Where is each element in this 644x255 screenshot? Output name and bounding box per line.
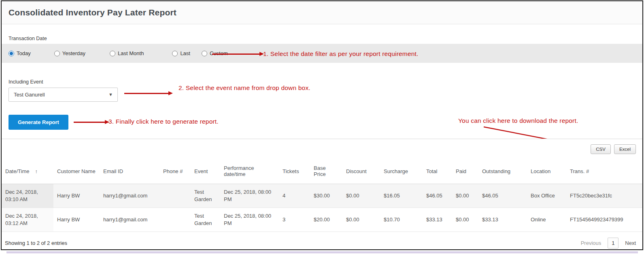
column-header[interactable]: Base Price (310, 159, 342, 184)
table-cell: Harry BW (53, 184, 100, 208)
table-cell: $46.05 (478, 184, 527, 208)
page-title: Consolidated Inventory Pay Later Report (2, 1, 642, 24)
column-header[interactable]: Tickets (279, 159, 310, 184)
table-cell: $16.05 (380, 184, 423, 208)
radio-option-yesterday[interactable]: Yesterday (54, 50, 85, 56)
table-cell: FT5c20bec3e31fc (566, 184, 642, 208)
table-cell: Dec 24, 2018, 03:10 AM (2, 184, 53, 208)
table-cell (159, 208, 191, 232)
report-window: Consolidated Inventory Pay Later Report … (1, 0, 643, 250)
radio-option-today[interactable]: Today (9, 50, 31, 56)
table-cell: Harry BW (53, 208, 100, 232)
column-header[interactable]: Paid (452, 159, 478, 184)
table-cell: $20.00 (310, 208, 342, 232)
table-header-row: Date/Time↑Customer NameEmail IDPhone #Ev… (2, 159, 642, 184)
table-cell: $0.00 (452, 208, 478, 232)
table-cell: Online (527, 208, 566, 232)
table-body: Dec 24, 2018, 03:10 AMHarry BWharry1@gma… (2, 184, 642, 232)
generate-report-button[interactable]: Generate Report (9, 115, 68, 130)
radio-input[interactable] (54, 51, 60, 56)
annotation-download: You can click here to download the repor… (458, 117, 578, 124)
column-header[interactable]: Phone # (159, 159, 191, 184)
event-dropdown[interactable]: Test Ganurell ▼ (9, 88, 118, 102)
table-cell (159, 184, 191, 208)
radio-label: Last (180, 50, 190, 56)
column-header[interactable]: Event (191, 159, 220, 184)
entries-summary: Showing 1 to 2 of 2 entries (5, 240, 67, 246)
column-header[interactable]: Discount (342, 159, 380, 184)
radio-input[interactable] (110, 51, 115, 56)
annotation-step3: 3. Finally click here to generate report… (108, 118, 219, 125)
table-footer: Showing 1 to 2 of 2 entries Previous 1 N… (2, 232, 642, 250)
chevron-down-icon: ▼ (108, 88, 113, 101)
table-cell: harry1@gmail.com (100, 184, 159, 208)
pagination: Previous 1 Next (581, 238, 636, 249)
previous-page-button[interactable]: Previous (581, 240, 601, 246)
radio-option-last-month[interactable]: Last Month (110, 50, 144, 56)
table-cell: 3 (279, 208, 310, 232)
radio-label: Today (17, 50, 31, 56)
excel-button[interactable]: Excel (614, 144, 636, 154)
column-header[interactable]: Date/Time↑ (2, 159, 53, 184)
table-cell: $46.05 (423, 184, 452, 208)
table-cell: $0.00 (342, 208, 380, 232)
column-header[interactable]: Location (527, 159, 566, 184)
radio-label: Yesterday (62, 50, 85, 56)
annotation-step1: 1. Select the date filter as per your re… (263, 50, 419, 58)
sort-asc-icon: ↑ (35, 168, 38, 174)
page-header: Consolidated Inventory Pay Later Report (2, 1, 642, 24)
table-cell: $30.00 (310, 184, 342, 208)
table-cell: $33.13 (423, 208, 452, 232)
table-cell: $33.13 (478, 208, 527, 232)
radio-input[interactable] (172, 51, 178, 56)
including-event-label: Including Event (9, 79, 43, 85)
annotation-step2: 2. Select the event name from drop down … (179, 84, 310, 92)
table-cell: FT1545649923479399 (566, 208, 642, 232)
table-toolbar: CSV Excel (2, 139, 642, 159)
table-row: Dec 24, 2018, 03:10 AMHarry BWharry1@gma… (2, 184, 642, 208)
table-cell: Box Office (527, 184, 566, 208)
column-header[interactable]: Total (423, 159, 452, 184)
report-table: Date/Time↑Customer NameEmail IDPhone #Ev… (2, 159, 642, 232)
annotation-arrow-1 (212, 54, 260, 55)
table-cell: $0.00 (342, 184, 380, 208)
bottom-strip (6, 251, 638, 253)
radio-label: Last Month (118, 50, 144, 56)
event-dropdown-value: Test Ganurell (9, 88, 117, 101)
radio-option-last[interactable]: Last (172, 50, 190, 56)
csv-button[interactable]: CSV (591, 144, 611, 154)
table-cell: Test Garden (191, 184, 220, 208)
annotation-arrow-2 (124, 93, 169, 94)
export-buttons: CSV Excel (591, 144, 636, 154)
column-header[interactable]: Performance date/time (220, 159, 279, 184)
annotation-arrow-3 (74, 122, 105, 123)
radio-input[interactable] (202, 51, 207, 56)
table-cell: $10.70 (380, 208, 423, 232)
table-cell: $0.00 (452, 184, 478, 208)
table-row: Dec 24, 2018, 03:12 AMHarry BWharry1@gma… (2, 208, 642, 232)
page-number-button[interactable]: 1 (608, 238, 618, 249)
table-cell: Test Garden (191, 208, 220, 232)
transaction-date-label: Transaction Date (9, 36, 47, 41)
column-header[interactable]: Email ID (100, 159, 159, 184)
table-cell: Dec 24, 2018, 03:12 AM (2, 208, 53, 232)
table-cell: Dec 25, 2018, 08:00 PM (220, 208, 279, 232)
radio-input[interactable] (9, 51, 14, 56)
table-cell: harry1@gmail.com (100, 208, 159, 232)
column-header[interactable]: Surcharge (380, 159, 423, 184)
column-header[interactable]: Trans. # (566, 159, 642, 184)
table-cell: Dec 25, 2018, 08:00 PM (220, 184, 279, 208)
report-table-section: CSV Excel Date/Time↑Customer NameEmail I… (2, 139, 642, 249)
column-header[interactable]: Customer Name (53, 159, 100, 184)
column-header[interactable]: Outstanding (478, 159, 527, 184)
next-page-button[interactable]: Next (625, 240, 636, 246)
table-cell: 4 (279, 184, 310, 208)
